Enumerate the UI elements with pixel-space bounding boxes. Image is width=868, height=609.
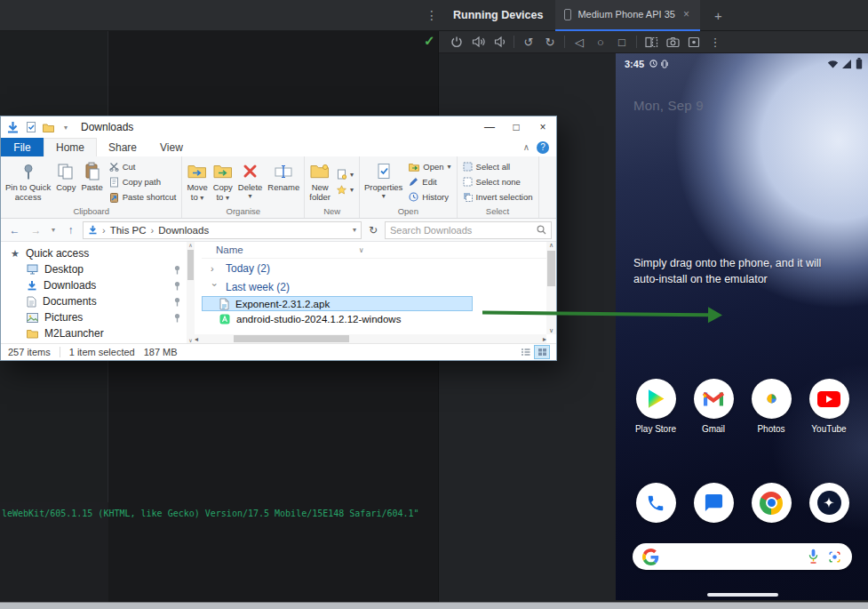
- copy-to-button[interactable]: Copy to ▾: [211, 157, 235, 206]
- details-view-button[interactable]: [518, 346, 532, 358]
- fold-device-button[interactable]: [644, 35, 658, 49]
- mic-icon[interactable]: [808, 549, 819, 565]
- thumbnails-view-button[interactable]: [535, 346, 549, 358]
- new-folder-button[interactable]: New folder: [307, 157, 333, 206]
- crumb-this-pc[interactable]: This PC: [110, 225, 147, 236]
- home-indicator[interactable]: [707, 593, 778, 597]
- app-photos[interactable]: Photos: [745, 379, 797, 434]
- rotate-left-button[interactable]: ↺: [522, 35, 536, 49]
- tab-medium-phone[interactable]: Medium Phone API 35 ×: [555, 0, 699, 31]
- android-overview-button[interactable]: □: [615, 35, 629, 49]
- select-none-button[interactable]: Select none: [461, 175, 535, 189]
- address-dropdown-icon[interactable]: ▾: [353, 226, 356, 234]
- dock-messages[interactable]: [688, 483, 739, 523]
- history-button[interactable]: History: [407, 190, 452, 204]
- scroll-down-icon[interactable]: ∨: [549, 327, 553, 334]
- scrollbar-thumb[interactable]: [187, 250, 194, 280]
- minimize-button[interactable]: —: [476, 121, 503, 133]
- sidebar-item-quick-access[interactable]: ★ Quick access: [1, 245, 195, 261]
- sidebar-item-downloads[interactable]: Downloads: [1, 277, 195, 293]
- back-button[interactable]: ←: [5, 224, 24, 236]
- sidebar-item-m2launcher[interactable]: M2Launcher: [1, 325, 195, 341]
- power-button[interactable]: [450, 35, 464, 49]
- new-item-button[interactable]: ▾: [335, 167, 355, 181]
- menu-share[interactable]: Share: [97, 138, 148, 156]
- copy-button[interactable]: Copy: [53, 157, 78, 206]
- dock-phone[interactable]: [630, 483, 681, 523]
- app-youtube[interactable]: YouTube: [803, 379, 855, 434]
- scroll-left-icon[interactable]: ◂: [195, 335, 198, 343]
- camera-button[interactable]: [665, 35, 680, 49]
- sidebar-item-documents[interactable]: Documents: [1, 293, 195, 309]
- close-button[interactable]: ×: [530, 121, 556, 133]
- cut-button[interactable]: Cut: [108, 160, 179, 174]
- scroll-up-icon[interactable]: ∧: [188, 242, 192, 248]
- qat-new-folder-icon[interactable]: [43, 123, 54, 132]
- properties-button[interactable]: Properties ▾: [362, 157, 405, 206]
- move-to-button[interactable]: Move to ▾: [184, 157, 210, 206]
- refresh-icon[interactable]: ↻: [364, 224, 382, 236]
- file-row-android-studio[interactable]: android-studio-2024.1.2.12-windows: [202, 311, 473, 326]
- breadcrumb[interactable]: › This PC › Downloads ▾: [83, 221, 362, 239]
- maximize-button[interactable]: □: [503, 121, 530, 133]
- delete-button[interactable]: Delete ▾: [235, 157, 265, 206]
- horizontal-scrollbar[interactable]: ◂ ▸: [195, 334, 546, 343]
- search-box[interactable]: [385, 221, 552, 239]
- emulator-screen[interactable]: 3:45 Mon, Sep 9 Simply drag onto the pho…: [616, 53, 868, 600]
- copy-path-button[interactable]: Copy path: [108, 175, 179, 189]
- edit-button[interactable]: Edit: [407, 175, 452, 189]
- menu-file[interactable]: File: [1, 138, 44, 156]
- scrollbar-thumb[interactable]: [547, 251, 555, 286]
- new-tab-button[interactable]: +: [714, 8, 722, 23]
- select-all-button[interactable]: Select all: [461, 160, 535, 174]
- dock-assistant[interactable]: [803, 483, 855, 523]
- open-button[interactable]: Open ▾: [407, 160, 452, 174]
- invert-selection-button[interactable]: Invert selection: [461, 190, 535, 204]
- column-header-name[interactable]: Name ∨: [202, 242, 556, 259]
- sidebar-item-desktop[interactable]: Desktop: [1, 261, 195, 277]
- qat-dropdown-icon[interactable]: ▾: [60, 124, 71, 132]
- screenshot-button[interactable]: [687, 35, 701, 49]
- explorer-title-bar[interactable]: ▾ Downloads — □ ×: [1, 116, 556, 138]
- app-gmail[interactable]: Gmail: [688, 379, 739, 434]
- menu-view[interactable]: View: [148, 138, 195, 156]
- scroll-up-icon[interactable]: ∧: [549, 242, 553, 249]
- google-search-bar[interactable]: [633, 543, 852, 570]
- app-play-store[interactable]: Play Store: [630, 379, 681, 434]
- help-icon[interactable]: ?: [537, 141, 549, 154]
- android-home-button[interactable]: ○: [593, 35, 608, 49]
- pin-to-quick-access-button[interactable]: Pin to Quick access: [3, 157, 53, 206]
- android-back-button[interactable]: ◁: [572, 35, 586, 49]
- close-tab-icon[interactable]: ×: [681, 8, 691, 20]
- sidebar-item-pictures[interactable]: Pictures: [1, 309, 195, 325]
- file-row-apk[interactable]: Exponent-2.31.2.apk: [202, 296, 473, 311]
- easy-access-button[interactable]: ▾: [335, 182, 355, 196]
- panel-options-icon[interactable]: ⋮: [426, 8, 434, 22]
- paste-shortcut-button[interactable]: Paste shortcut: [108, 190, 179, 204]
- lens-icon[interactable]: [827, 549, 842, 565]
- volume-up-button[interactable]: [471, 35, 485, 49]
- rename-button[interactable]: Rename: [265, 157, 302, 206]
- scrollbar-thumb[interactable]: [234, 335, 349, 342]
- group-last-week[interactable]: › Last week (2): [202, 277, 556, 296]
- qat-properties-icon[interactable]: [26, 122, 36, 132]
- volume-down-button[interactable]: [492, 35, 506, 49]
- search-input[interactable]: [390, 225, 533, 236]
- chevron-right-icon[interactable]: ›: [211, 263, 219, 274]
- group-today[interactable]: › Today (2): [202, 259, 556, 277]
- scroll-down-icon[interactable]: ∨: [188, 337, 192, 343]
- menu-home[interactable]: Home: [44, 138, 97, 156]
- forward-button[interactable]: →: [27, 224, 45, 236]
- history-dropdown-icon[interactable]: ▾: [48, 226, 59, 234]
- sidebar-scrollbar[interactable]: ∧ ∨: [187, 242, 195, 343]
- device-more-button[interactable]: ⋮: [708, 35, 722, 49]
- rotate-right-button[interactable]: ↻: [543, 35, 557, 49]
- column-dropdown-icon[interactable]: ∨: [359, 246, 364, 254]
- crumb-downloads[interactable]: Downloads: [158, 225, 209, 236]
- up-button[interactable]: ↑: [61, 224, 80, 236]
- dock-chrome[interactable]: [745, 483, 797, 523]
- chevron-down-icon[interactable]: ›: [210, 283, 220, 291]
- scroll-right-icon[interactable]: ▸: [543, 335, 546, 343]
- collapse-ribbon-icon[interactable]: ∧: [523, 142, 530, 152]
- paste-button[interactable]: Paste: [78, 157, 105, 206]
